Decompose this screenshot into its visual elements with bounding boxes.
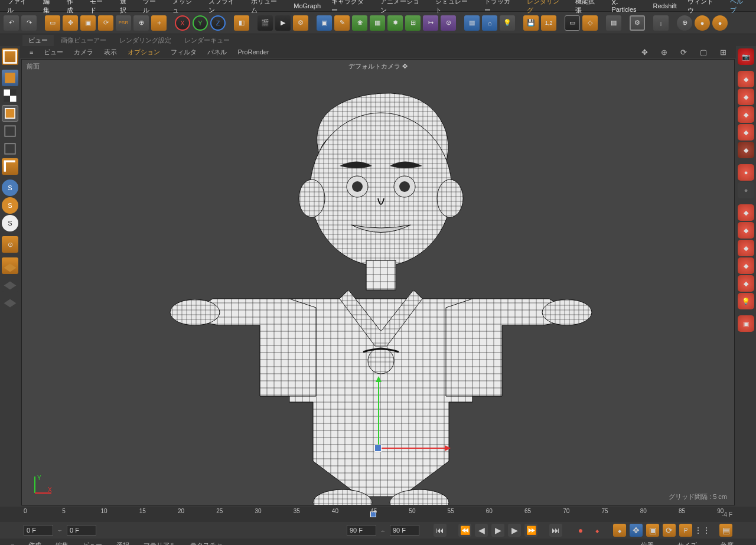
magnet-button[interactable]: ⊙	[2, 236, 18, 253]
viewport-canvas[interactable]: 前面 デフォルトカメラ ✥	[21, 59, 735, 505]
tab-rendersettings[interactable]: レンダリング設定	[113, 35, 177, 46]
rs-render-button[interactable]: 📷	[738, 48, 754, 65]
symmetry2-button[interactable]: S	[2, 197, 18, 214]
vp-nav4-icon[interactable]: ▢	[695, 47, 712, 58]
rect-select-button[interactable]: ▭	[45, 15, 60, 31]
x-axis-button[interactable]: X	[175, 15, 190, 31]
object-mode-button[interactable]	[2, 105, 18, 122]
menu-animation[interactable]: アニメーション	[376, 0, 429, 16]
prim-cube-button[interactable]: ▣	[317, 15, 332, 31]
model-mode-button[interactable]	[2, 70, 18, 86]
key-param-button[interactable]: P	[679, 524, 692, 537]
current-start-input[interactable]	[67, 525, 96, 536]
layout1-button[interactable]: ▭	[565, 15, 580, 31]
floor-button[interactable]: ▤	[464, 15, 480, 31]
rs-btn3[interactable]: ◆	[738, 106, 754, 123]
rs-btn7[interactable]: ●	[738, 182, 754, 198]
menu-mograph[interactable]: MoGraph	[289, 1, 325, 11]
instance-button[interactable]: ⊞	[405, 15, 421, 31]
key-rot-button[interactable]: ⟳	[663, 524, 676, 537]
light-button[interactable]: 💡	[500, 15, 515, 31]
rs-btn12[interactable]: ◆	[738, 275, 754, 292]
status-create[interactable]: 作成	[22, 540, 47, 546]
plus-button[interactable]: ＋	[151, 15, 167, 31]
keyframe-sel-button[interactable]: ⬥	[613, 524, 626, 537]
vp-view[interactable]: ビュー	[39, 47, 68, 58]
make-editable-button[interactable]	[2, 48, 18, 65]
psr-button[interactable]: PSR	[116, 15, 131, 31]
render-view-button[interactable]: 🎬	[258, 15, 273, 31]
workplane1-button[interactable]	[2, 257, 18, 274]
download-button[interactable]: ↓	[653, 15, 669, 31]
rs-btn10[interactable]: ◆	[738, 240, 754, 256]
next-key-button[interactable]: ⏩	[524, 524, 537, 537]
redo-button[interactable]: ↷	[21, 15, 37, 31]
menu-select[interactable]: 選択	[115, 0, 138, 16]
rs-btn5[interactable]: ◆	[738, 142, 754, 158]
status-view[interactable]: ビュー	[77, 540, 108, 546]
tab-view[interactable]: ビュー	[22, 35, 54, 46]
prev-key-button[interactable]: ⏪	[458, 524, 471, 537]
menu-file[interactable]: ファイル	[2, 0, 37, 16]
vp-panel[interactable]: パネル	[203, 47, 232, 58]
content-button[interactable]: ▤	[606, 15, 621, 31]
range-start-input[interactable]	[24, 525, 53, 536]
menu-mesh[interactable]: メッシュ	[168, 0, 203, 16]
vp-option[interactable]: オプション	[123, 47, 165, 58]
autokey-button[interactable]: ⬥	[591, 524, 604, 537]
status-edit[interactable]: 編集	[50, 540, 74, 546]
gizmo-x-axis[interactable]	[378, 448, 449, 449]
timeline-button[interactable]: ▤	[719, 524, 732, 537]
layout2-button[interactable]: ◇	[582, 15, 598, 31]
generator-button[interactable]: ❀	[352, 15, 367, 31]
globe-button[interactable]: ⊕	[677, 15, 692, 31]
status-texture[interactable]: テクスチャ	[184, 540, 229, 546]
menu-redshift[interactable]: Redshift	[649, 1, 682, 11]
range-end-input[interactable]	[347, 525, 376, 536]
menu-help[interactable]: ヘルプ	[725, 0, 754, 16]
deform-button[interactable]: ↦	[423, 15, 438, 31]
rs-btn2[interactable]: ◆	[738, 89, 754, 105]
scale-button[interactable]: ▣	[80, 15, 96, 31]
save-inc-button[interactable]: 1,2	[541, 15, 556, 31]
render-pv-button[interactable]: ▶	[275, 15, 291, 31]
poly-mode-button[interactable]	[2, 158, 18, 175]
status-select[interactable]: 選択	[110, 540, 135, 546]
vp-nav2-icon[interactable]: ⊕	[656, 47, 672, 58]
workplane2-button[interactable]	[2, 275, 18, 292]
sphere2-button[interactable]: ●	[712, 15, 728, 31]
vp-nav1-icon[interactable]: ✥	[637, 47, 653, 58]
menu-create[interactable]: 作成	[62, 0, 84, 16]
rs-btn13[interactable]: 💡	[738, 293, 754, 309]
rotate-button[interactable]: ⟳	[98, 15, 113, 31]
workplane3-button[interactable]	[2, 293, 18, 309]
menu-tool[interactable]: ツール	[138, 0, 167, 16]
tab-renderqueue[interactable]: レンダーキュー	[178, 35, 236, 46]
status-hamburger[interactable]: ≡	[5, 540, 20, 545]
texture-mode-button[interactable]	[2, 87, 18, 104]
edge-mode-button[interactable]	[2, 141, 18, 157]
undo-button[interactable]: ↶	[4, 15, 19, 31]
menu-window[interactable]: ウィンドウ	[683, 0, 724, 16]
vp-filter[interactable]: フィルタ	[166, 47, 201, 58]
menu-spline[interactable]: スプライン	[204, 0, 245, 16]
menu-ext[interactable]: 機能拡張	[571, 0, 605, 16]
current-end-input[interactable]	[390, 525, 419, 536]
gizmo-y-axis[interactable]	[378, 378, 379, 449]
symmetry3-button[interactable]: S	[2, 215, 18, 231]
menu-character[interactable]: キャラクター	[327, 0, 374, 16]
key-pos-button[interactable]: ✥	[630, 524, 643, 537]
gizmo-center[interactable]	[374, 445, 382, 452]
vp-display[interactable]: 表示	[99, 47, 122, 58]
timeline-ruler[interactable]: 051015202530354045505560657075808590 -4 …	[0, 507, 756, 522]
vp-prorender[interactable]: ProRender	[233, 47, 273, 57]
menu-mode[interactable]: モード	[85, 0, 113, 16]
rs-btn9[interactable]: ◆	[738, 222, 754, 239]
prev-frame-button[interactable]: ◀	[475, 524, 488, 537]
save-button[interactable]: 💾	[523, 15, 539, 31]
menu-render[interactable]: レンダリング	[522, 0, 570, 16]
child-comp-button[interactable]: ⊕	[133, 15, 149, 31]
menu-volume[interactable]: ボリューム	[246, 0, 288, 16]
z-axis-button[interactable]: Z	[210, 15, 226, 31]
goto-end-button[interactable]: ⏭	[549, 524, 562, 537]
